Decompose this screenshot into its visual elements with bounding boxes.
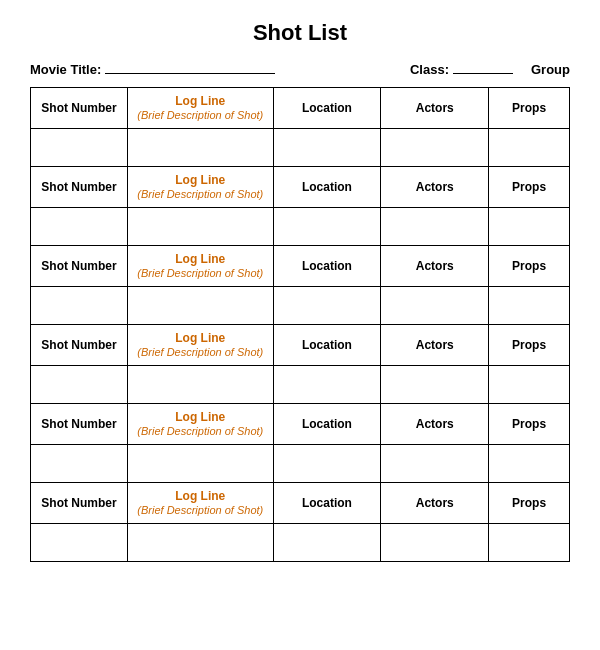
col-log-line-3: Log Line (Brief Description of Shot) bbox=[128, 246, 274, 287]
data-log-2 bbox=[128, 208, 274, 246]
data-actors-5 bbox=[381, 445, 489, 483]
header-row-2: Shot Number Log Line (Brief Description … bbox=[31, 167, 570, 208]
logline-label-1: Log Line bbox=[175, 94, 225, 108]
col-log-line-6: Log Line (Brief Description of Shot) bbox=[128, 483, 274, 524]
col-log-line-4: Log Line (Brief Description of Shot) bbox=[128, 325, 274, 366]
class-label: Class: bbox=[410, 62, 449, 77]
col-log-line-5: Log Line (Brief Description of Shot) bbox=[128, 404, 274, 445]
data-props-6 bbox=[489, 524, 570, 562]
col-props-4: Props bbox=[489, 325, 570, 366]
data-shot-4 bbox=[31, 366, 128, 404]
data-shot-2 bbox=[31, 208, 128, 246]
col-location-1: Location bbox=[273, 88, 381, 129]
data-props-1 bbox=[489, 129, 570, 167]
data-props-2 bbox=[489, 208, 570, 246]
movie-title-underline bbox=[105, 60, 275, 74]
class-field: Class: bbox=[410, 60, 513, 77]
group-label: Group bbox=[531, 62, 570, 77]
data-props-3 bbox=[489, 287, 570, 325]
col-props-5: Props bbox=[489, 404, 570, 445]
data-shot-5 bbox=[31, 445, 128, 483]
data-actors-4 bbox=[381, 366, 489, 404]
col-location-2: Location bbox=[273, 167, 381, 208]
col-props-6: Props bbox=[489, 483, 570, 524]
col-location-5: Location bbox=[273, 404, 381, 445]
data-shot-1 bbox=[31, 129, 128, 167]
data-location-1 bbox=[273, 129, 381, 167]
col-location-3: Location bbox=[273, 246, 381, 287]
data-actors-2 bbox=[381, 208, 489, 246]
col-location-4: Location bbox=[273, 325, 381, 366]
meta-row: Movie Title: Class: Group bbox=[30, 60, 570, 77]
data-log-4 bbox=[128, 366, 274, 404]
data-location-3 bbox=[273, 287, 381, 325]
header-row-4: Shot Number Log Line (Brief Description … bbox=[31, 325, 570, 366]
col-actors-4: Actors bbox=[381, 325, 489, 366]
header-row-6: Shot Number Log Line (Brief Description … bbox=[31, 483, 570, 524]
data-row-4 bbox=[31, 366, 570, 404]
data-actors-1 bbox=[381, 129, 489, 167]
data-log-3 bbox=[128, 287, 274, 325]
col-props-3: Props bbox=[489, 246, 570, 287]
page-title: Shot List bbox=[30, 20, 570, 46]
col-shot-number-3: Shot Number bbox=[31, 246, 128, 287]
logline-label-3: Log Line bbox=[175, 252, 225, 266]
data-location-6 bbox=[273, 524, 381, 562]
data-location-4 bbox=[273, 366, 381, 404]
col-actors-5: Actors bbox=[381, 404, 489, 445]
col-shot-number-6: Shot Number bbox=[31, 483, 128, 524]
data-log-5 bbox=[128, 445, 274, 483]
data-row-1 bbox=[31, 129, 570, 167]
data-log-1 bbox=[128, 129, 274, 167]
logline-label-4: Log Line bbox=[175, 331, 225, 345]
header-row-3: Shot Number Log Line (Brief Description … bbox=[31, 246, 570, 287]
col-shot-number-1: Shot Number bbox=[31, 88, 128, 129]
col-actors-6: Actors bbox=[381, 483, 489, 524]
col-props-2: Props bbox=[489, 167, 570, 208]
col-log-line-1: Log Line (Brief Description of Shot) bbox=[128, 88, 274, 129]
logline-sub-1: (Brief Description of Shot) bbox=[137, 109, 263, 121]
col-location-6: Location bbox=[273, 483, 381, 524]
data-row-5 bbox=[31, 445, 570, 483]
logline-sub-4: (Brief Description of Shot) bbox=[137, 346, 263, 358]
logline-sub-2: (Brief Description of Shot) bbox=[137, 188, 263, 200]
data-props-5 bbox=[489, 445, 570, 483]
header-row-1: Shot Number Log Line (Brief Description … bbox=[31, 88, 570, 129]
col-shot-number-5: Shot Number bbox=[31, 404, 128, 445]
data-shot-3 bbox=[31, 287, 128, 325]
col-shot-number-4: Shot Number bbox=[31, 325, 128, 366]
class-underline bbox=[453, 60, 513, 74]
data-actors-3 bbox=[381, 287, 489, 325]
col-log-line-2: Log Line (Brief Description of Shot) bbox=[128, 167, 274, 208]
logline-sub-3: (Brief Description of Shot) bbox=[137, 267, 263, 279]
logline-sub-5: (Brief Description of Shot) bbox=[137, 425, 263, 437]
data-location-2 bbox=[273, 208, 381, 246]
data-location-5 bbox=[273, 445, 381, 483]
logline-sub-6: (Brief Description of Shot) bbox=[137, 504, 263, 516]
col-props-1: Props bbox=[489, 88, 570, 129]
logline-label-6: Log Line bbox=[175, 489, 225, 503]
movie-title-label: Movie Title: bbox=[30, 62, 101, 77]
data-row-2 bbox=[31, 208, 570, 246]
col-actors-2: Actors bbox=[381, 167, 489, 208]
col-actors-1: Actors bbox=[381, 88, 489, 129]
shot-list-table: Shot Number Log Line (Brief Description … bbox=[30, 87, 570, 562]
data-actors-6 bbox=[381, 524, 489, 562]
col-actors-3: Actors bbox=[381, 246, 489, 287]
data-shot-6 bbox=[31, 524, 128, 562]
movie-title-field: Movie Title: bbox=[30, 60, 275, 77]
logline-label-5: Log Line bbox=[175, 410, 225, 424]
data-props-4 bbox=[489, 366, 570, 404]
data-row-3 bbox=[31, 287, 570, 325]
meta-right: Class: Group bbox=[410, 60, 570, 77]
data-row-6 bbox=[31, 524, 570, 562]
data-log-6 bbox=[128, 524, 274, 562]
header-row-5: Shot Number Log Line (Brief Description … bbox=[31, 404, 570, 445]
logline-label-2: Log Line bbox=[175, 173, 225, 187]
col-shot-number-2: Shot Number bbox=[31, 167, 128, 208]
